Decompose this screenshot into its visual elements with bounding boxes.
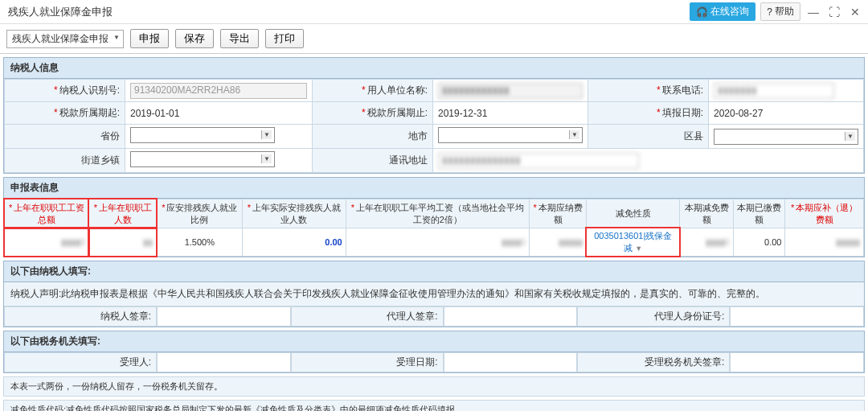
declaration-note: 纳税人声明:此纳税申报表是根据《中华人民共和国残疾人联合会关于印发残疾人就业保障… <box>4 282 864 306</box>
fill-tax-org-section: 以下由税务机关填写: 受理人: 受理日期: 受理税务机关签章: <box>3 331 865 373</box>
label-city: 地市 <box>408 130 428 142</box>
data-table: 上年在职职工工资总额 上年在职职工人数 应安排残疾人就业比例 上年实际安排残疾人… <box>4 199 864 257</box>
col-paid: 本期已缴费额 <box>737 203 781 224</box>
titlebar: 残疾人就业保障金申报 🎧 在线咨询 ? 帮助 — ⛶ ✕ <box>0 0 868 24</box>
report-date-field: 2020-08-27 <box>714 108 763 119</box>
label-report-date: 填报日期: <box>657 107 703 118</box>
col-ratio: 应安排残疾人就业比例 <box>162 203 237 224</box>
label-district: 区县 <box>684 130 703 142</box>
col-actual: 上年实际安排残疾人就业人数 <box>248 203 341 224</box>
cell-emp-count[interactable]: ▮▮ <box>143 237 153 247</box>
approver-field[interactable] <box>157 352 291 372</box>
label-employer: 用人单位名称: <box>362 84 428 96</box>
taxpayer-heading: 纳税人信息 <box>4 58 864 79</box>
minimize-icon[interactable]: — <box>805 4 821 20</box>
cell-paid: 0.00 <box>764 237 781 247</box>
district-select[interactable] <box>714 129 858 145</box>
col-wage-total: 上年在职职工工资总额 <box>9 203 84 224</box>
city-select[interactable] <box>438 127 583 143</box>
sign-taxpayer-field[interactable] <box>157 306 291 327</box>
agent-id-field[interactable] <box>730 306 864 327</box>
label-sign-agent: 代理人签章: <box>291 306 444 327</box>
tab-select[interactable]: 残疾人就业保障金申报 <box>6 30 124 48</box>
approve-org-sign-field[interactable] <box>730 352 864 372</box>
period-from-field: 2019-01-01 <box>130 108 179 119</box>
province-select[interactable] <box>130 127 275 143</box>
form-section: 申报表信息 上年在职职工工资总额 上年在职职工人数 应安排残疾人就业比例 上年实… <box>3 177 865 257</box>
close-icon[interactable]: ✕ <box>847 4 863 20</box>
label-approve-org-sign: 受理税务机关签章: <box>577 352 730 372</box>
taxpayer-id-field: 91340200MA2RR2HA86 <box>130 83 307 99</box>
label-province: 省份 <box>100 130 120 142</box>
code-note: 减免性质代码:减免性质代码按照国家税务总局制定下发的最新《减免性质及分类表》中的… <box>3 400 865 411</box>
label-period-to: 税款所属期止: <box>362 107 428 118</box>
window-title: 残疾人就业保障金申报 <box>8 5 113 19</box>
approve-date-field[interactable] <box>444 352 578 372</box>
col-reduce: 本期减免费额 <box>685 203 729 224</box>
copies-note: 本表一式两份，一份纳税人留存，一份税务机关留存。 <box>3 376 865 397</box>
help-button[interactable]: ? 帮助 <box>760 2 800 21</box>
headset-icon: 🎧 <box>696 6 708 18</box>
cell-reduce: ▮▮▮▮5 <box>706 237 730 247</box>
label-street: 街道乡镇 <box>81 154 120 166</box>
cell-ratio: 1.500% <box>185 237 215 247</box>
label-approver: 受理人: <box>4 352 157 372</box>
toolbar: 残疾人就业保障金申报 申报 保存 导出 打印 <box>0 24 868 54</box>
label-approve-date: 受理日期: <box>291 352 444 372</box>
label-addr: 通讯地址 <box>389 154 428 166</box>
cell-refund: ▮▮▮▮▮ <box>836 237 860 247</box>
col-refund: 本期应补（退）费额 <box>791 203 858 224</box>
phone-field[interactable]: ▮▮▮▮▮▮▮ <box>714 83 834 99</box>
col-emp-count: 上年在职职工人数 <box>94 203 152 224</box>
label-sign-taxpayer: 纳税人签章: <box>4 306 157 327</box>
addr-field[interactable]: ▮▮▮▮▮▮▮▮▮▮▮▮▮▮ <box>438 153 639 169</box>
table-row: ▮▮▮▮0 ▮▮ 1.500% 0.00 ▮▮▮▮0 ▮▮▮▮▮ 0035013… <box>5 228 864 257</box>
taxpayer-section: 纳税人信息 纳税人识别号: 91340200MA2RR2HA86 用人单位名称:… <box>3 57 865 174</box>
sign-agent-field[interactable] <box>444 306 578 327</box>
cell-actual[interactable]: 0.00 <box>325 237 342 247</box>
label-phone: 联系电话: <box>657 84 703 96</box>
question-icon: ? <box>767 6 772 18</box>
col-exempt-type: 减免性质 <box>616 208 651 218</box>
label-taxpayer-id: 纳税人识别号: <box>54 84 120 96</box>
cell-wage-total[interactable]: ▮▮▮▮0 <box>61 237 85 247</box>
maximize-icon[interactable]: ⛶ <box>826 4 842 20</box>
form-heading: 申报表信息 <box>4 178 864 199</box>
label-agent-id: 代理人身份证号: <box>577 306 730 327</box>
cell-due: ▮▮▮▮▮ <box>559 237 583 247</box>
print-button[interactable]: 打印 <box>265 29 304 48</box>
cell-avg-wage: ▮▮▮▮0 <box>502 237 526 247</box>
chevron-down-icon[interactable]: ▼ <box>635 245 642 253</box>
fill-taxpayer-heading: 以下由纳税人填写: <box>4 261 864 282</box>
fill-taxpayer-section: 以下由纳税人填写: 纳税人声明:此纳税申报表是根据《中华人民共和国残疾人联合会关… <box>3 261 865 327</box>
save-button[interactable]: 保存 <box>175 29 214 48</box>
declare-button[interactable]: 申报 <box>130 29 169 48</box>
col-due: 本期应纳费额 <box>533 203 582 224</box>
street-select[interactable] <box>130 151 275 167</box>
col-avg-wage: 上年在职职工年平均工资（或当地社会平均工资的2倍） <box>351 203 524 224</box>
export-button[interactable]: 导出 <box>220 29 259 48</box>
employer-field: ▮▮▮▮▮▮▮▮▮▮▮▮ <box>438 83 583 99</box>
label-period-from: 税款所属期起: <box>54 107 120 118</box>
fill-tax-org-heading: 以下由税务机关填写: <box>4 331 864 352</box>
cell-exempt-type[interactable]: 0035013601|残保金减 <box>594 231 672 253</box>
period-to-field: 2019-12-31 <box>438 108 487 119</box>
online-consult-button[interactable]: 🎧 在线咨询 <box>690 2 755 21</box>
